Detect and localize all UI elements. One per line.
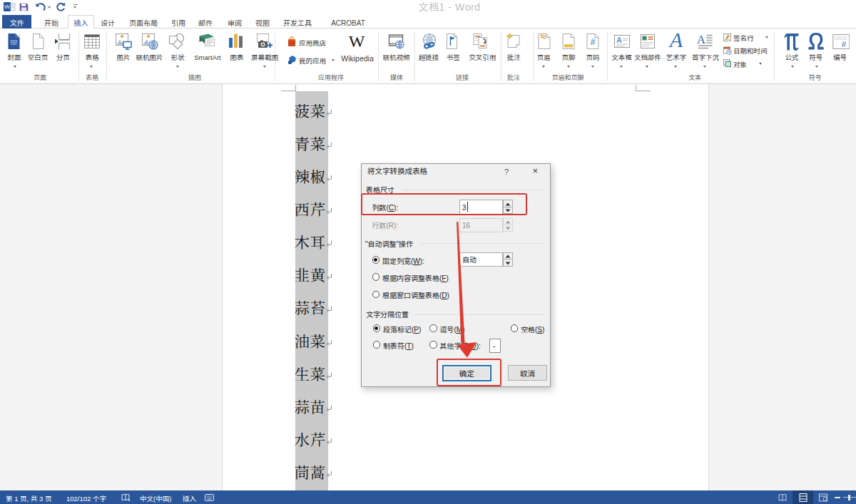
svg-text:A: A bbox=[697, 33, 706, 46]
svg-text:W: W bbox=[4, 4, 10, 10]
svg-text:A: A bbox=[668, 33, 683, 51]
svg-text:#: # bbox=[591, 37, 596, 47]
svg-text:A: A bbox=[616, 36, 621, 44]
svg-text:#: # bbox=[842, 40, 847, 48]
